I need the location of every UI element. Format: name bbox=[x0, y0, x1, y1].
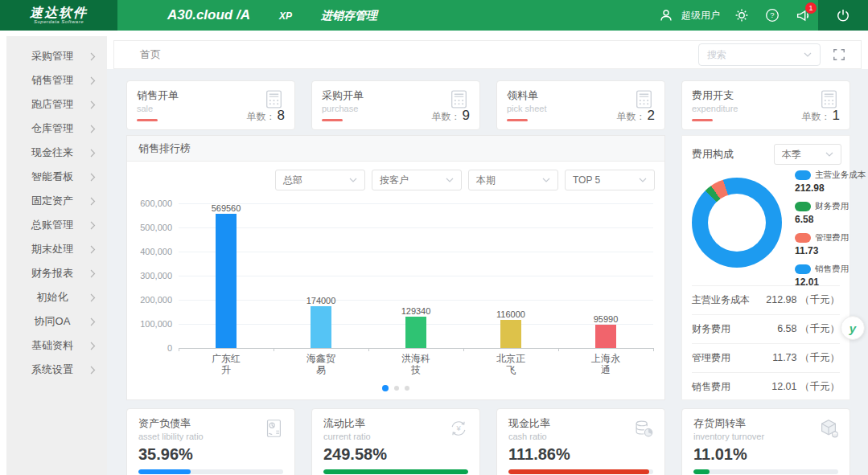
category-label: 广东红升 bbox=[208, 353, 245, 375]
row-value: 212.98 （千元） bbox=[766, 293, 840, 307]
sidebar-item-label: 总账管理 bbox=[14, 218, 90, 232]
progress-fill bbox=[508, 469, 649, 474]
period-select[interactable]: 本季 bbox=[774, 144, 841, 165]
chevron-right-icon bbox=[90, 125, 96, 133]
legend-item: 主营业务成本 212.98 bbox=[795, 170, 848, 194]
y-tick-label: 500,000 bbox=[140, 223, 172, 232]
sidebar-item[interactable]: 智能看板 bbox=[6, 165, 107, 189]
bar-value-label: 174000 bbox=[306, 296, 336, 305]
kpi-value: 35.96% bbox=[138, 445, 283, 464]
panel-title: 费用构成 bbox=[692, 147, 734, 162]
notification-badge: 1 bbox=[805, 2, 817, 14]
sidebar-item[interactable]: 总账管理 bbox=[6, 213, 107, 237]
header-actions: 超级用户 ? 1 bbox=[651, 0, 868, 31]
svg-text:◎: ◎ bbox=[833, 432, 837, 437]
panel-title: 销售排行榜 bbox=[127, 136, 664, 162]
sidebar-item-label: 协同OA bbox=[14, 314, 90, 329]
sidebar-item[interactable]: 财务报表 bbox=[6, 261, 107, 285]
count: 单数：1 bbox=[802, 108, 840, 124]
gear-icon[interactable] bbox=[726, 0, 757, 31]
assistant-logo-glyph: y bbox=[849, 321, 856, 335]
header-nav: A30.cloud /A XP 进销存管理 bbox=[167, 7, 377, 23]
sidebar-item[interactable]: 系统设置 bbox=[6, 358, 107, 382]
fullscreen-icon[interactable] bbox=[825, 43, 853, 66]
pagination-dot[interactable] bbox=[394, 386, 399, 391]
app-logo: 速达软件 Superdata Software bbox=[0, 0, 117, 31]
filter-select[interactable]: TOP 5 bbox=[565, 170, 655, 190]
select-value: 本季 bbox=[782, 148, 801, 162]
kpi-value: 11.01% bbox=[693, 445, 838, 464]
breadcrumb-bar: 首页 搜索 bbox=[113, 40, 862, 69]
expense-list: 主营业务成本 212.98 （千元） 财务费用 6.58 （千元） 管理费用 1… bbox=[692, 285, 840, 401]
chevron-right-icon bbox=[90, 293, 96, 302]
summary-card[interactable]: 销售开单 sale 单数：8 bbox=[126, 80, 295, 130]
chevron-right-icon bbox=[90, 317, 96, 326]
search-input[interactable]: 搜索 bbox=[698, 43, 821, 66]
sidebar-item[interactable]: 期末处理 bbox=[6, 237, 107, 261]
kpi-icon: ◎ bbox=[817, 417, 840, 443]
legend-label: 管理费用 bbox=[815, 232, 849, 244]
sidebar-item[interactable]: 仓库管理 bbox=[6, 117, 107, 141]
axis-tick bbox=[179, 348, 179, 351]
chevron-right-icon bbox=[90, 245, 96, 254]
progress-fill bbox=[323, 469, 468, 474]
category-label: 上海永通 bbox=[587, 353, 624, 375]
select-value: 按客户 bbox=[380, 174, 409, 187]
search-placeholder: 搜索 bbox=[707, 48, 726, 62]
sidebar-item[interactable]: 初始化 bbox=[6, 285, 107, 309]
logo-subtitle: Superdata Software bbox=[34, 19, 84, 24]
question-icon[interactable]: ? bbox=[757, 0, 788, 31]
legend-swatch bbox=[795, 170, 811, 180]
carousel-pagination bbox=[127, 385, 664, 391]
progress-track bbox=[323, 469, 468, 474]
sidebar-item[interactable]: 跑店管理 bbox=[6, 92, 107, 117]
sidebar-item[interactable]: 协同OA bbox=[6, 309, 107, 334]
kpi-icon bbox=[632, 417, 655, 443]
kpi-subtitle: asset libility ratio bbox=[138, 432, 283, 441]
progress-fill bbox=[138, 469, 191, 474]
count-label: 单数： bbox=[617, 111, 646, 122]
kpi-card: 资产负债率 asset libility ratio 35.96% bbox=[126, 408, 295, 475]
sidebar-item[interactable]: 采购管理 bbox=[6, 44, 107, 68]
bar bbox=[311, 306, 331, 348]
bar-value-label: 569560 bbox=[212, 203, 241, 213]
tab-home[interactable]: 首页 bbox=[140, 47, 161, 62]
kpi-title: 资产负债率 bbox=[138, 416, 283, 431]
kpi-value: 111.86% bbox=[508, 445, 653, 464]
sidebar-item-label: 系统设置 bbox=[14, 362, 90, 377]
announcement-icon[interactable]: 1 bbox=[788, 0, 818, 31]
user-icon[interactable] bbox=[651, 0, 681, 31]
summary-card[interactable]: 领料单 pick sheet 单数：2 bbox=[496, 80, 665, 130]
pagination-dot[interactable] bbox=[405, 386, 409, 391]
filter-select[interactable]: 按客户 bbox=[372, 170, 462, 190]
nav-item-inventory[interactable]: 进销存管理 bbox=[321, 9, 377, 23]
logo-title: 速达软件 bbox=[30, 6, 88, 19]
row-value: 11.73 （千元） bbox=[772, 351, 840, 365]
sidebar-item[interactable]: 销售管理 bbox=[6, 68, 107, 92]
card-accent-dash bbox=[322, 119, 343, 121]
assistant-float-button[interactable]: y bbox=[841, 316, 865, 340]
calculator-icon bbox=[633, 88, 655, 110]
sidebar-item-label: 初始化 bbox=[14, 290, 90, 305]
legend-label: 财务费用 bbox=[815, 201, 849, 212]
edition-label: XP bbox=[279, 10, 292, 22]
sidebar-item[interactable]: 固定资产 bbox=[6, 189, 107, 213]
sidebar-item[interactable]: 基础资料 bbox=[6, 334, 107, 358]
kpi-title: 存货周转率 bbox=[693, 416, 838, 431]
bar bbox=[500, 320, 521, 348]
filter-select[interactable]: 本期 bbox=[468, 170, 558, 190]
kpi-title: 现金比率 bbox=[508, 416, 653, 431]
sidebar-item-label: 销售管理 bbox=[14, 73, 90, 88]
sales-bar-chart: 56956017400012934011600095990 广东红升海鑫贸易洪海… bbox=[140, 199, 653, 372]
sidebar-item-label: 期末处理 bbox=[14, 242, 90, 256]
summary-card[interactable]: 费用开支 expenditure 单数：1 bbox=[681, 80, 850, 130]
username[interactable]: 超级用户 bbox=[681, 9, 720, 23]
kpi-subtitle: current ratio bbox=[323, 432, 468, 441]
sidebar-item[interactable]: 现金往来 bbox=[6, 141, 107, 165]
power-icon[interactable] bbox=[818, 0, 868, 31]
select-value: 本期 bbox=[476, 174, 496, 187]
filter-select[interactable]: 总部 bbox=[275, 170, 365, 190]
summary-card[interactable]: 采购开单 purchase 单数：9 bbox=[311, 80, 480, 130]
pagination-dot[interactable] bbox=[382, 385, 389, 391]
chevron-right-icon bbox=[90, 197, 96, 206]
